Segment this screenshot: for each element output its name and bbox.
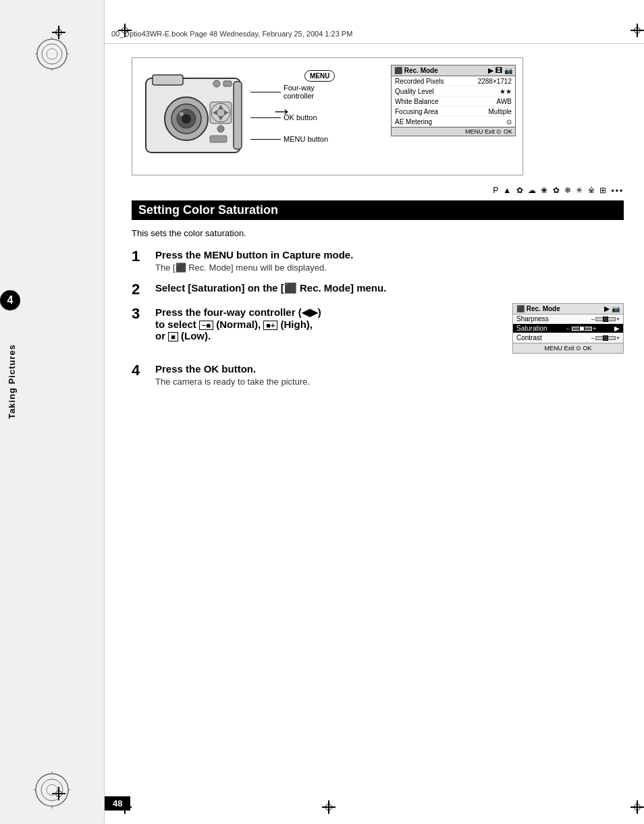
side-menu-footer: MENU Exit ⊙ OK [513, 343, 623, 353]
header-bar: 00_Optio43WR-E.book Page 48 Wednesday, F… [105, 27, 644, 44]
svg-rect-32 [210, 136, 227, 142]
side-menu-header: ⬛ Rec. Mode ▶ 📷 [513, 304, 623, 314]
ok-label: OK button [284, 113, 317, 121]
svg-rect-23 [234, 82, 242, 149]
side-menu-row-contrast: Contrast −+ [513, 333, 623, 343]
step-4: 4 Press the OK button. The camera is rea… [132, 363, 624, 387]
svg-point-20 [180, 112, 184, 116]
menu-button-badge: MENU [304, 70, 335, 82]
chapter-label-container: Taking Pictures [3, 314, 20, 449]
svg-point-1 [42, 44, 62, 64]
section-title: Setting Color Saturation [132, 200, 624, 220]
svg-point-8 [41, 779, 63, 801]
step-1: 1 Press the MENU button in Capture mode.… [132, 249, 624, 273]
top-menu-row-wb: White Balance AWB [392, 97, 515, 107]
top-menu-row-pixels: Recorded Pixels 2288×1712 [392, 76, 515, 86]
svg-point-2 [47, 49, 57, 59]
svg-point-21 [213, 80, 220, 87]
mode-icons-bar: P ▲ ✿ ☁ ❀ ✿ ❄ ✳ ※ ⊞ ▪▪▪ [132, 186, 624, 195]
step-2-title: Select [Saturation] on the [⬛ Rec. Mode]… [155, 282, 624, 294]
deco-bottom-icon [34, 771, 71, 808]
intro-text: This sets the color saturation. [132, 228, 624, 238]
sidebar: 4 Taking Pictures [0, 0, 105, 824]
deco-top-icon [35, 37, 69, 71]
chapter-label: Taking Pictures [7, 344, 17, 419]
top-menu-row-quality: Quality Level ★★ [392, 86, 515, 97]
diagram-box: MENU → Four-waycontroller OK button MENU… [132, 57, 523, 175]
mode-icons: P ▲ ✿ ☁ ❀ ✿ ❄ ✳ ※ ⊞ ▪▪▪ [493, 186, 624, 195]
side-menu-box: ⬛ Rec. Mode ▶ 📷 Sharpness −+ Saturation [512, 303, 624, 354]
svg-point-9 [47, 785, 57, 796]
step-4-content: Press the OK button. The camera is ready… [155, 363, 624, 387]
side-menu-row-sharpness: Sharpness −+ [513, 314, 623, 324]
top-menu-row-focus: Focusing Area Multiple [392, 107, 515, 117]
top-menu-footer: MENU Exit ⊙ OK [392, 127, 515, 136]
svg-point-26 [217, 109, 225, 117]
step-1-detail: The [⬛ Rec. Mode] menu will be displayed… [155, 263, 624, 273]
svg-point-31 [217, 126, 224, 132]
top-menu-header-icons: ▶ 🎞 📷 [488, 67, 512, 74]
top-menu-screenshot: ⬛ Rec. Mode ▶ 🎞 📷 Recorded Pixels 2288×1… [391, 65, 516, 136]
step-2-number: 2 [132, 282, 155, 297]
step-1-content: Press the MENU button in Capture mode. T… [155, 249, 624, 273]
step-3-number: 3 [132, 306, 155, 321]
step-4-number: 4 [132, 363, 155, 378]
svg-rect-22 [223, 81, 232, 86]
top-menu-row-ae: AE Metering ⊙ [392, 117, 515, 127]
menu-button-label: MENU button [284, 135, 328, 143]
header-text: 00_Optio43WR-E.book Page 48 Wednesday, F… [111, 30, 352, 38]
top-menu-header-left: ⬛ Rec. Mode [394, 67, 438, 74]
four-way-label: Four-waycontroller [284, 84, 315, 100]
step-1-number: 1 [132, 249, 155, 264]
step-1-title: Press the MENU button in Capture mode. [155, 249, 624, 260]
camera-diagram [142, 65, 267, 166]
step-3: 3 Press the four-way controller (◀▶) to … [132, 306, 624, 354]
step-4-detail: The camera is ready to take the picture. [155, 377, 624, 387]
chapter-number: 4 [0, 290, 20, 310]
step-2-content: Select [Saturation] on the [⬛ Rec. Mode]… [155, 282, 624, 296]
svg-rect-15 [153, 75, 183, 85]
svg-point-7 [36, 774, 68, 806]
diagram-labels: Four-waycontroller OK button MENU button [250, 84, 328, 143]
side-menu-row-saturation: Saturation ←+ ▶ [513, 324, 623, 333]
content-area: MENU → Four-waycontroller OK button MENU… [105, 44, 644, 784]
step-2: 2 Select [Saturation] on the [⬛ Rec. Mod… [132, 282, 624, 297]
step-3-content: Press the four-way controller (◀▶) to se… [155, 306, 624, 354]
step-4-title: Press the OK button. [155, 363, 624, 375]
crosshair-top [52, 26, 65, 39]
step-3-title: Press the four-way controller (◀▶) to se… [155, 306, 499, 341]
page-number: 48 [105, 796, 130, 811]
